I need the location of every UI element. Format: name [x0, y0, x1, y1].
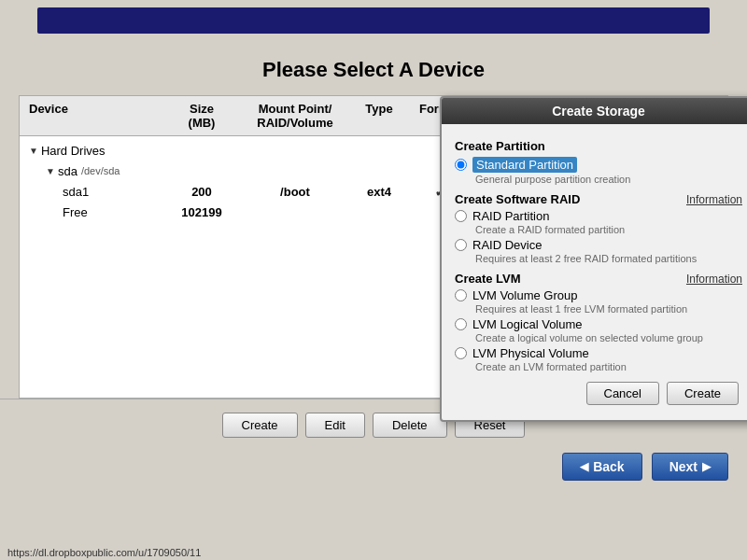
create-lvm-label: Create LVM	[455, 272, 521, 286]
arrow-icon: ▼	[46, 166, 55, 176]
raid-partition-desc: Create a RAID formated partition	[475, 224, 742, 235]
raid-device-row[interactable]: RAID Device	[455, 238, 742, 252]
sda1-size: 200	[164, 183, 239, 201]
lvm-logical-volume-desc: Create a logical volume on selected volu…	[475, 332, 742, 343]
nav-bar: ◀ Back Next ▶	[0, 443, 747, 481]
next-arrow-icon: ▶	[702, 460, 711, 473]
lvm-volume-group-desc: Requires at least 1 free LVM formated pa…	[475, 303, 742, 315]
arrow-icon: ▼	[29, 146, 38, 156]
popup-buttons: Cancel Create	[455, 382, 742, 411]
raid-device-desc: Requires at least 2 free RAID formated p…	[475, 253, 742, 264]
raid-partition-label: RAID Partition	[472, 209, 549, 223]
lvm-information-link[interactable]: Information	[686, 273, 742, 286]
sda1-type: ext4	[351, 183, 407, 201]
standard-partition-label: Standard Partition	[472, 157, 577, 173]
hard-drives-label: ▼ Hard Drives	[20, 142, 164, 160]
popup-title: Create Storage	[442, 98, 747, 124]
delete-button[interactable]: Delete	[373, 413, 447, 438]
raid-device-label: RAID Device	[472, 238, 542, 252]
col-header-device: Device	[20, 100, 164, 132]
device-table-area: Device Size(MB) Mount Point/RAID/Volume …	[19, 95, 728, 399]
lvm-volume-group-label: LVM Volume Group	[472, 288, 577, 302]
lvm-physical-volume-radio[interactable]	[455, 347, 467, 359]
top-bar	[37, 7, 710, 34]
free-size: 102199	[164, 203, 239, 221]
sda1-label: sda1	[20, 183, 164, 201]
popup-create-button[interactable]: Create	[667, 382, 739, 405]
back-arrow-icon: ◀	[580, 460, 588, 473]
lvm-volume-group-radio[interactable]	[455, 289, 467, 301]
next-button[interactable]: Next ▶	[652, 453, 728, 481]
sda1-mount: /boot	[239, 183, 351, 201]
popup-cancel-button[interactable]: Cancel	[586, 382, 659, 405]
page-title: Please Select A Device	[0, 41, 747, 95]
raid-partition-row[interactable]: RAID Partition	[455, 209, 742, 223]
lvm-logical-volume-label: LVM Logical Volume	[472, 317, 583, 331]
col-header-mount: Mount Point/RAID/Volume	[239, 100, 351, 132]
lvm-physical-volume-row[interactable]: LVM Physical Volume	[455, 346, 742, 360]
standard-partition-desc: General purpose partition creation	[475, 174, 742, 185]
create-storage-popup: Create Storage Create Partition Standard…	[440, 96, 747, 422]
back-button[interactable]: ◀ Back	[562, 453, 641, 481]
lvm-physical-volume-label: LVM Physical Volume	[472, 346, 589, 360]
raid-device-radio[interactable]	[455, 239, 467, 251]
create-partition-label: Create Partition	[455, 139, 742, 153]
raid-partition-radio[interactable]	[455, 210, 467, 222]
software-raid-header: Create Software RAID Information	[455, 192, 742, 206]
lvm-logical-volume-row[interactable]: LVM Logical Volume	[455, 317, 742, 331]
edit-button[interactable]: Edit	[305, 413, 365, 438]
url-bar: https://dl.dropboxpublic.com/u/1709050/1…	[0, 545, 747, 560]
col-header-type: Type	[351, 100, 407, 132]
raid-information-link[interactable]: Information	[686, 193, 742, 206]
lvm-header: Create LVM Information	[455, 272, 742, 286]
popup-body: Create Partition Standard Partition Gene…	[442, 124, 747, 420]
standard-partition-row[interactable]: Standard Partition	[455, 157, 742, 173]
create-software-raid-label: Create Software RAID	[455, 192, 580, 206]
sda-label: ▼ sda /dev/sda	[20, 162, 164, 180]
col-header-size: Size(MB)	[164, 100, 239, 132]
lvm-logical-volume-radio[interactable]	[455, 318, 467, 330]
lvm-volume-group-row[interactable]: LVM Volume Group	[455, 288, 742, 302]
create-button[interactable]: Create	[222, 413, 298, 438]
standard-partition-radio[interactable]	[455, 159, 467, 171]
lvm-physical-volume-desc: Create an LVM formated partition	[475, 361, 742, 372]
free-label: Free	[20, 203, 164, 221]
